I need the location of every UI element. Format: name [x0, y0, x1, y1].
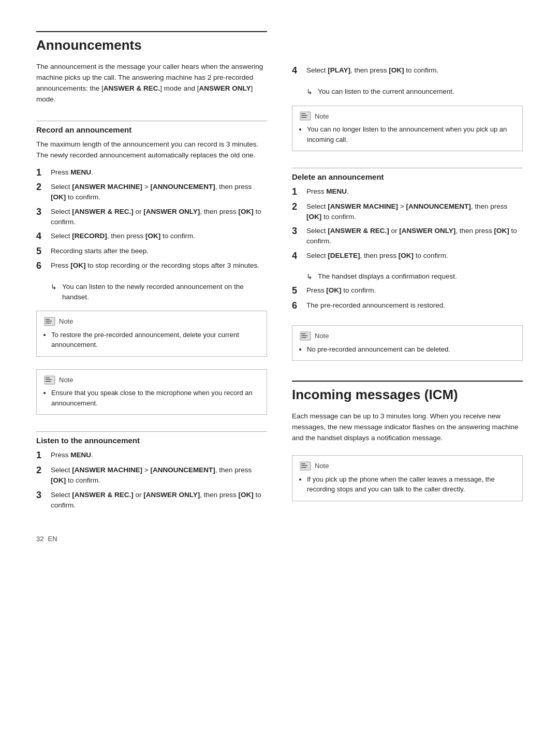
svg-rect-10	[301, 115, 307, 117]
record-arrow-note: ↳ You can listen to the newly recorded a…	[51, 282, 267, 303]
delete-steps: 1 Press MENU. 2 Select [ANSWER MACHINE] …	[292, 186, 523, 265]
svg-rect-14	[301, 336, 307, 337]
svg-rect-2	[46, 321, 52, 322]
delete-step-3: 3 Select [ANSWER & REC.] or [ANSWER ONLY…	[292, 226, 523, 247]
record-step-2: 2 Select [ANSWER MACHINE] > [ANNOUNCEMEN…	[36, 182, 267, 203]
arrow-icon-listen: ↳	[306, 86, 316, 97]
listen-steps: 1 Press MENU. 2 Select [ANSWER MACHINE] …	[36, 450, 267, 514]
note-label-5: Note	[315, 461, 329, 471]
delete-note: Note No pre-recorded announcement can be…	[292, 325, 523, 361]
delete-arrow-note: ↳ The handset displays a confirmation re…	[306, 271, 523, 282]
page-number: 32	[36, 535, 43, 543]
arrow-icon: ↳	[51, 282, 60, 293]
svg-rect-7	[46, 381, 51, 382]
announcements-intro: The announcement is the message your cal…	[36, 62, 267, 105]
record-note-1: Note To restore the pre-recorded announc…	[36, 311, 267, 357]
svg-rect-6	[46, 379, 52, 380]
page-lang: EN	[48, 535, 57, 543]
listen-step-4: 4 Select [PLAY], then press [OK] to conf…	[292, 65, 523, 77]
svg-rect-13	[301, 333, 305, 335]
note-icon-3	[300, 111, 311, 121]
note-label-2: Note	[59, 375, 73, 385]
note-label-3: Note	[315, 111, 329, 122]
record-step-5: 5 Recording starts after the beep.	[36, 246, 267, 257]
record-step-4: 4 Select [RECORD], then press [OK] to co…	[36, 231, 267, 242]
listen-arrow-note: ↳ You can listen to the current announce…	[306, 86, 523, 97]
note-icon-5	[300, 461, 311, 471]
record-announcement-title: Record an announcement	[36, 121, 267, 134]
right-column: 4 Select [PLAY], then press [OK] to conf…	[292, 31, 523, 519]
delete-step-5: 5 Press [OK] to confirm.	[292, 285, 523, 297]
delete-step-4: 4 Select [DELETE], then press [OK] to co…	[292, 251, 523, 262]
icm-intro: Each message can be up to 3 minutes long…	[292, 411, 523, 444]
icm-note: Note If you pick up the phone when the c…	[292, 455, 523, 501]
svg-rect-19	[301, 467, 306, 468]
announcements-title: Announcements	[36, 31, 267, 53]
arrow-icon-delete: ↳	[306, 271, 316, 282]
record-step-6: 6 Press [OK] to stop recording or the re…	[36, 260, 267, 272]
record-note-2: Note Ensure that you speak close to the …	[36, 369, 267, 415]
icm-title: Incoming messages (ICM)	[292, 381, 523, 403]
record-step-1: 1 Press MENU.	[36, 167, 267, 179]
svg-rect-1	[46, 319, 50, 320]
listen-step-2: 2 Select [ANSWER MACHINE] > [ANNOUNCEMEN…	[36, 465, 267, 486]
svg-rect-3	[46, 323, 51, 324]
note-label-4: Note	[315, 331, 329, 341]
left-column: Announcements The announcement is the me…	[36, 31, 267, 519]
delete-note-item: No pre-recorded announcement can be dele…	[307, 344, 515, 355]
svg-rect-17	[301, 463, 305, 464]
listen-step-1: 1 Press MENU.	[36, 450, 267, 461]
page-footer: 32 EN	[36, 535, 523, 543]
svg-rect-9	[301, 113, 305, 114]
record-note-1-item: To restore the pre-recorded announcement…	[51, 330, 259, 350]
record-step-3: 3 Select [ANSWER & REC.] or [ANSWER ONLY…	[36, 207, 267, 228]
svg-rect-18	[301, 465, 307, 466]
note-icon-2	[44, 375, 55, 385]
note-icon-4	[300, 331, 311, 341]
note-label-1: Note	[59, 316, 73, 327]
record-announcement-intro: The maximum length of the announcement y…	[36, 139, 267, 161]
record-steps: 1 Press MENU. 2 Select [ANSWER MACHINE] …	[36, 167, 267, 275]
svg-rect-11	[301, 117, 306, 118]
delete-step-2: 2 Select [ANSWER MACHINE] > [ANNOUNCEMEN…	[292, 201, 523, 223]
svg-rect-5	[46, 377, 50, 379]
listen-announcement-title: Listen to the announcement	[36, 431, 267, 445]
svg-rect-15	[301, 337, 306, 338]
listen-note: Note You can no longer listen to the ann…	[292, 106, 523, 152]
icm-note-item: If you pick up the phone when the caller…	[307, 474, 515, 495]
record-note-2-item: Ensure that you speak close to the micro…	[51, 388, 259, 408]
delete-announcement-title: Delete an announcement	[292, 168, 523, 181]
listen-step-3: 3 Select [ANSWER & REC.] or [ANSWER ONLY…	[36, 490, 267, 511]
listen-continued-steps: 4 Select [PLAY], then press [OK] to conf…	[292, 65, 523, 80]
delete-steps-continued: 5 Press [OK] to confirm. 6 The pre-recor…	[292, 285, 523, 315]
delete-step-6: 6 The pre-recorded announcement is resto…	[292, 300, 523, 312]
note-icon-1	[44, 317, 55, 326]
listen-note-item: You can no longer listen to the announce…	[307, 124, 515, 144]
delete-step-1: 1 Press MENU.	[292, 186, 523, 198]
